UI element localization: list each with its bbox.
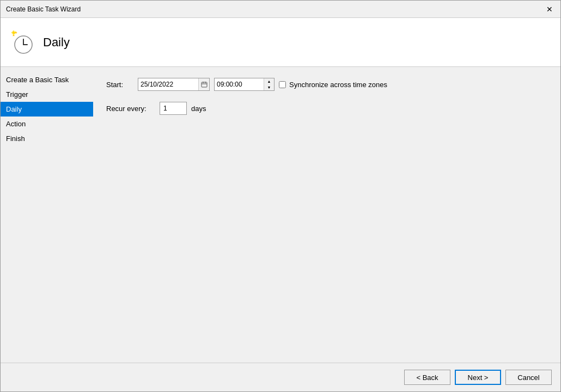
sidebar-item-trigger: Trigger [1,87,93,102]
sidebar-item-create-basic-task: Create a Basic Task [1,72,93,87]
time-input[interactable] [215,79,264,89]
date-input-wrapper [138,78,210,91]
sync-checkbox-wrapper[interactable]: Synchronize across time zones [279,81,387,89]
date-picker-button[interactable] [198,78,209,90]
title-bar: Create Basic Task Wizard ✕ [1,1,560,18]
start-row: Start: [106,78,547,91]
next-button[interactable]: Next > [455,370,501,385]
time-spin-down[interactable]: ▼ [264,84,274,90]
task-clock-icon [9,29,35,56]
recur-row: Recur every: days [106,102,547,115]
time-spin-up[interactable]: ▲ [264,78,274,84]
dialog-window: Create Basic Task Wizard ✕ [0,0,561,392]
sidebar: Create a Basic Task Trigger Daily Action… [1,67,93,363]
days-label: days [191,105,206,113]
recur-label: Recur every: [106,105,155,113]
content-panel: Start: [93,67,560,363]
header-area: Daily [1,18,560,67]
sidebar-item-action: Action [1,117,93,131]
time-spinner: ▲ ▼ [264,78,274,90]
footer: < Back Next > Cancel [1,363,560,391]
close-button[interactable]: ✕ [544,4,555,15]
time-input-wrapper: ▲ ▼ [214,78,275,91]
sync-checkbox[interactable] [279,81,286,88]
sync-label: Synchronize across time zones [289,81,387,89]
clock-svg [9,29,35,56]
sidebar-item-daily: Daily [1,102,93,117]
page-title: Daily [43,35,70,50]
window-title: Create Basic Task Wizard [6,5,81,13]
date-input[interactable] [138,79,198,89]
start-label: Start: [106,81,133,89]
calendar-icon [201,81,208,88]
cancel-button[interactable]: Cancel [505,370,552,385]
sidebar-item-finish: Finish [1,131,93,146]
main-content: Create a Basic Task Trigger Daily Action… [1,67,560,363]
svg-rect-10 [202,82,207,87]
recur-input[interactable] [160,102,187,115]
back-button[interactable]: < Back [404,370,450,385]
